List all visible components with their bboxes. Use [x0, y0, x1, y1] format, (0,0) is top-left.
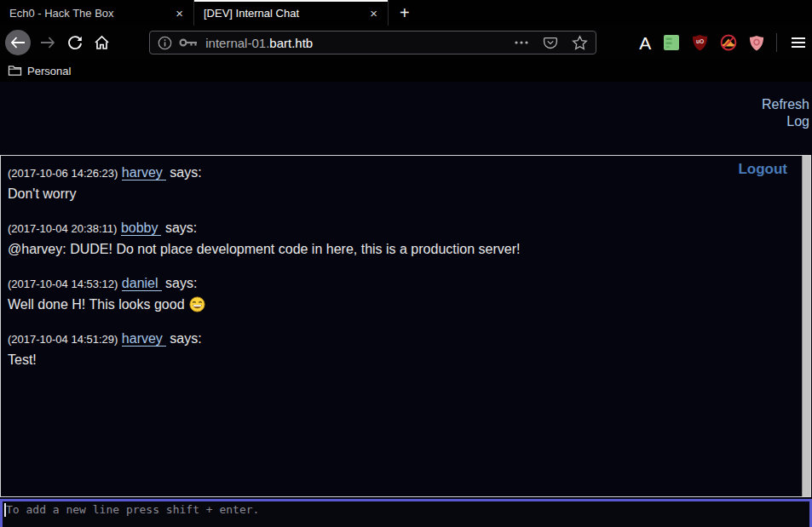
chat-message: (2017-10-04 14:51:29) harvey says: Test! — [8, 329, 776, 370]
top-links: Refresh Log — [0, 82, 812, 130]
message-says-label: says: — [170, 165, 201, 180]
message-composer — [0, 499, 812, 527]
pocket-button[interactable] — [543, 35, 558, 50]
pink-shield-extension-icon[interactable] — [749, 35, 764, 51]
green-notes-extension-icon[interactable] — [663, 34, 680, 51]
bookmark-folder-personal[interactable]: Personal — [8, 65, 71, 77]
text-caret — [4, 503, 6, 517]
foxyproxy-icon[interactable] — [720, 34, 737, 51]
message-username-link[interactable]: harvey — [122, 331, 166, 347]
chat-message: (2017-10-04 20:38:11) bobby says: @harve… — [8, 218, 776, 260]
refresh-link[interactable]: Refresh — [0, 96, 809, 113]
laughing-emoji — [189, 296, 205, 312]
message-meta: (2017-10-04 14:53:12) daniel says: — [8, 273, 776, 295]
bookmarks-bar: Personal — [0, 60, 812, 82]
chat-window: Logout (2017-10-06 14:26:23) harvey says… — [0, 155, 811, 497]
message-meta: (2017-10-04 14:51:29) harvey says: — [8, 329, 776, 350]
chat-scrollbar[interactable] — [802, 156, 810, 496]
ublock-origin-icon[interactable]: uO — [692, 34, 708, 51]
message-text: @harvey: DUDE! Do not place development … — [8, 239, 776, 260]
folder-icon — [8, 65, 22, 77]
forward-icon — [40, 37, 55, 49]
message-text: Well done H! This looks good — [8, 295, 776, 315]
back-icon — [10, 37, 26, 49]
menu-button[interactable] — [785, 29, 812, 56]
pocket-icon — [543, 35, 558, 50]
reload-button[interactable] — [61, 29, 89, 56]
message-list: (2017-10-06 14:26:23) harvey says: Don't… — [1, 156, 810, 370]
back-button[interactable] — [5, 30, 31, 55]
key-icon[interactable] — [179, 37, 199, 48]
new-tab-icon[interactable]: + — [389, 0, 421, 26]
ellipsis-icon — [514, 40, 529, 45]
hamburger-menu-icon — [792, 37, 805, 49]
star-icon — [572, 35, 588, 51]
message-meta: (2017-10-06 14:26:23) harvey says: — [8, 163, 776, 184]
url-bar[interactable]: internal-01.bart.htb — [149, 31, 596, 54]
forward-button[interactable] — [34, 29, 61, 56]
message-username-link[interactable]: daniel — [122, 276, 162, 291]
message-says-label: says: — [170, 331, 201, 346]
page-actions-button[interactable] — [514, 40, 529, 45]
message-username-link[interactable]: harvey — [122, 165, 166, 180]
reload-icon — [67, 35, 83, 50]
message-text: Don't worry — [8, 184, 776, 204]
tab-title: [DEV] Internal Chat — [204, 7, 363, 20]
url-text: internal-01.bart.htb — [205, 36, 313, 50]
message-timestamp: (2017-10-04 20:38:11) — [8, 222, 117, 235]
chat-message: (2017-10-06 14:26:23) harvey says: Don't… — [8, 163, 776, 204]
chat-message: (2017-10-04 14:53:12) daniel says: Well … — [8, 273, 776, 315]
a-extension-icon[interactable]: A — [639, 34, 651, 52]
url-domain: bart.htb — [269, 36, 313, 50]
message-timestamp: (2017-10-06 14:26:23) — [8, 167, 118, 180]
home-icon — [94, 35, 110, 50]
navigation-toolbar: internal-01.bart.htb A — [0, 26, 812, 60]
bookmark-star-button[interactable] — [572, 35, 588, 51]
svg-text:uO: uO — [696, 38, 704, 44]
message-username-link[interactable]: bobby — [121, 221, 162, 236]
message-says-label: says: — [165, 221, 197, 235]
tab-hack-the-box[interactable]: Ech0 - Hack The Box × — [0, 0, 194, 26]
message-says-label: says: — [165, 276, 197, 290]
message-meta: (2017-10-04 20:38:11) bobby says: — [8, 218, 776, 239]
message-input[interactable] — [3, 501, 809, 527]
url-subdomain: internal-01. — [205, 36, 269, 50]
message-text: Test! — [8, 350, 776, 370]
home-button[interactable] — [88, 29, 115, 56]
close-icon[interactable]: × — [169, 4, 190, 22]
toolbar-separator — [776, 33, 777, 52]
extension-icons: A uO — [639, 34, 776, 52]
tab-bar: Ech0 - Hack The Box × [DEV] Internal Cha… — [0, 0, 812, 26]
log-link[interactable]: Log — [0, 113, 809, 130]
tab-title: Ech0 - Hack The Box — [9, 7, 169, 20]
message-timestamp: (2017-10-04 14:51:29) — [8, 333, 118, 346]
close-icon[interactable]: × — [363, 4, 384, 22]
tab-internal-chat[interactable]: [DEV] Internal Chat × — [194, 0, 389, 26]
logout-link[interactable]: Logout — [738, 161, 787, 178]
info-icon[interactable] — [158, 36, 172, 50]
bookmark-label: Personal — [27, 65, 71, 77]
message-timestamp: (2017-10-04 14:53:12) — [8, 278, 118, 290]
chat-page: Refresh Log Logout (2017-10-06 14:26:23)… — [0, 82, 812, 527]
